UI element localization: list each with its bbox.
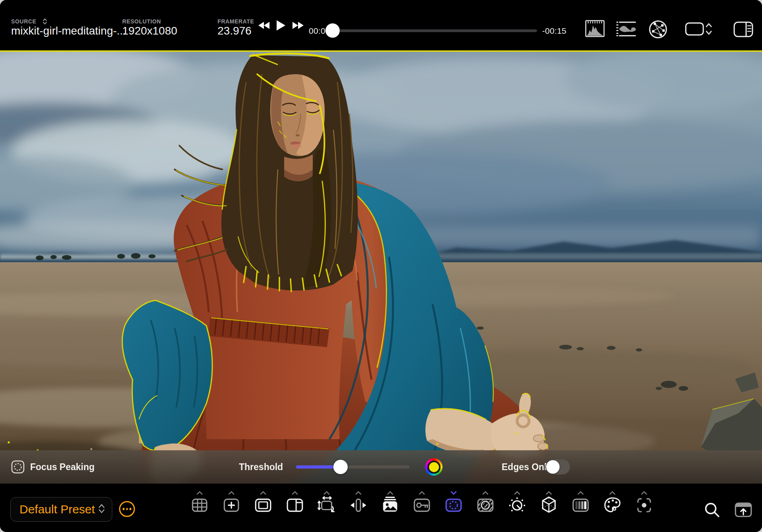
chevron-up-icon — [418, 489, 425, 493]
chevron-up-icon — [387, 489, 394, 493]
framerate-label: FRAMERATE — [217, 18, 254, 25]
tool-exposure-dial-button[interactable] — [501, 489, 533, 514]
scrubber-track[interactable] — [333, 29, 537, 32]
focus-peaking-label: Focus Peaking — [30, 462, 94, 472]
search-icon — [703, 501, 721, 519]
chevron-up-icon — [482, 489, 489, 493]
preset-more-button[interactable] — [119, 501, 135, 517]
chevron-up-icon — [545, 489, 552, 493]
chevron-up-icon — [260, 489, 267, 493]
preset-select[interactable]: Default Preset — [10, 497, 112, 522]
tool-safe-area-button[interactable] — [247, 489, 279, 514]
scrubber-handle[interactable] — [325, 23, 340, 38]
transform-icon — [318, 496, 336, 514]
tool-levels-button[interactable] — [565, 489, 597, 514]
tool-spotlight-button[interactable] — [628, 489, 660, 514]
play-icon — [276, 19, 286, 31]
export-button[interactable] — [734, 501, 753, 520]
add-icon — [222, 496, 241, 514]
remaining-time: -00:15 — [542, 26, 566, 36]
chevron-up-icon — [577, 489, 584, 493]
resolution-label: RESOLUTION — [122, 18, 161, 25]
edges-only-toggle[interactable] — [545, 459, 570, 474]
aspect-ratio-icon — [685, 21, 713, 36]
vectorscope-button[interactable] — [648, 20, 668, 40]
threshold-label: Threshold — [239, 462, 283, 472]
focus-peaking-icon — [11, 460, 25, 475]
tool-palette-button[interactable] — [597, 489, 628, 514]
tool-image-button[interactable] — [374, 489, 406, 514]
flip-icon — [349, 496, 368, 514]
preset-select-value: Default Preset — [19, 503, 98, 516]
layout-icon — [286, 496, 304, 514]
peaking-color-swatch[interactable] — [425, 458, 443, 476]
edges-only-label: Edges Only — [502, 462, 552, 472]
bottom-toolbar: Default Preset — [0, 484, 762, 532]
grid-icon — [190, 496, 209, 514]
resolution-value: 1920x1080 — [122, 25, 177, 37]
video-frame — [0, 50, 762, 484]
chevron-up-icon — [196, 489, 203, 493]
focus-peaking-icon — [444, 496, 463, 514]
video-viewer[interactable] — [0, 50, 762, 484]
image-icon — [381, 496, 399, 514]
sidebar-toggle-icon — [733, 21, 753, 37]
export-icon — [734, 501, 753, 519]
peaking-color-value — [427, 461, 441, 474]
tool-lut-cube-button[interactable] — [533, 489, 565, 514]
skip-forward-icon — [292, 21, 304, 30]
chevron-up-icon — [291, 489, 298, 493]
zebra-icon — [476, 496, 495, 514]
source-label: SOURCE — [11, 18, 37, 25]
skip-back-button[interactable] — [257, 0, 271, 50]
tool-zebra-button[interactable] — [470, 489, 501, 514]
waveform-button[interactable] — [616, 20, 637, 39]
tool-transform-button[interactable] — [311, 489, 343, 514]
sidebar-toggle-button[interactable] — [733, 21, 753, 38]
top-bar: SOURCE mixkit-girl-meditating-... RESOLU… — [0, 0, 762, 50]
chevron-up-icon — [355, 489, 362, 493]
safe-area-icon — [254, 496, 272, 514]
threshold-slider-handle[interactable] — [333, 460, 348, 474]
chevron-up-icon — [228, 489, 235, 493]
skip-forward-button[interactable] — [291, 0, 305, 50]
tool-key-button[interactable] — [406, 489, 438, 514]
tool-add-button[interactable] — [216, 489, 247, 514]
focus-peaking-control-bar: Focus Peaking Threshold Edges Only — [0, 450, 762, 484]
search-button[interactable] — [703, 501, 721, 520]
chevron-up-icon — [609, 489, 616, 493]
tool-grid-button[interactable] — [184, 489, 216, 514]
key-icon — [413, 496, 431, 514]
chevron-down-icon — [450, 489, 457, 493]
framerate-value: 23.976 — [217, 25, 252, 37]
skip-back-icon — [258, 21, 270, 30]
aspect-ratio-button[interactable] — [685, 21, 713, 38]
chevron-up-icon — [514, 489, 521, 493]
play-button[interactable] — [275, 0, 287, 50]
tool-flip-button[interactable] — [343, 489, 374, 514]
histogram-icon — [585, 20, 605, 37]
chevron-up-icon — [641, 489, 648, 493]
lut-cube-icon — [540, 496, 558, 514]
vectorscope-icon — [648, 20, 668, 39]
spotlight-icon — [635, 496, 653, 514]
levels-icon — [572, 496, 590, 514]
updown-chevrons-icon — [98, 503, 106, 515]
chevron-up-icon — [323, 489, 330, 493]
waveform-icon — [616, 20, 637, 38]
tool-layout-button[interactable] — [279, 489, 311, 514]
threshold-slider[interactable] — [296, 465, 410, 469]
tool-focus-peaking-button[interactable] — [438, 489, 470, 514]
source-filename[interactable]: mixkit-girl-meditating-... — [11, 25, 126, 37]
palette-icon — [603, 496, 622, 514]
histogram-button[interactable] — [585, 20, 605, 38]
app-window: SOURCE mixkit-girl-meditating-... RESOLU… — [0, 0, 762, 532]
exposure-dial-icon — [508, 496, 526, 514]
toolbar-tools — [184, 489, 660, 514]
edges-only-toggle-knob — [546, 460, 560, 474]
